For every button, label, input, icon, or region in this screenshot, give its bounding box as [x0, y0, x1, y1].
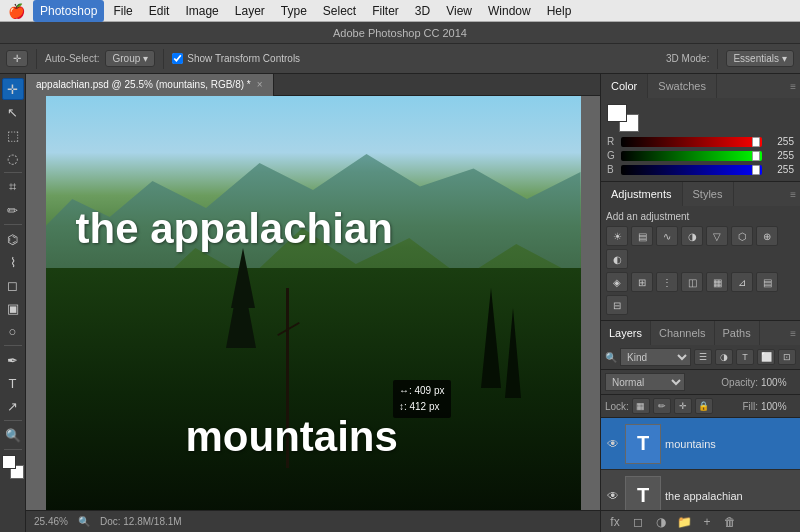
invert-adj[interactable]: ◫ [681, 272, 703, 292]
menu-help[interactable]: Help [540, 0, 579, 22]
pixel-filter-btn[interactable]: ☰ [694, 349, 712, 365]
red-slider[interactable] [621, 137, 762, 147]
group-select[interactable]: Group ▾ [105, 50, 155, 67]
menu-view[interactable]: View [439, 0, 479, 22]
menu-filter[interactable]: Filter [365, 0, 406, 22]
smart-filter-btn[interactable]: ⊡ [778, 349, 796, 365]
menubar: 🍎 Photoshop File Edit Image Layer Type S… [0, 0, 800, 22]
filter-kind-select[interactable]: Kind [620, 348, 691, 366]
fg-bg-color[interactable] [2, 455, 24, 479]
bw-adj[interactable]: ◐ [606, 249, 628, 269]
adjustment-icons-row1: ☀ ▤ ∿ ◑ ▽ ⬡ ⊕ ◐ [606, 226, 795, 269]
exposure-adj[interactable]: ◑ [681, 226, 703, 246]
layer-visibility-mountains[interactable]: 👁 [605, 436, 621, 452]
hsl-adj[interactable]: ⬡ [731, 226, 753, 246]
crop-tool[interactable]: ⌗ [2, 176, 24, 198]
tab-adjustments[interactable]: Adjustments [601, 182, 683, 206]
adj-panel-menu[interactable]: ≡ [786, 189, 800, 200]
fg-bg-color-swatches[interactable] [607, 104, 639, 132]
eyedropper-tool[interactable]: ✏ [2, 199, 24, 221]
path-tool[interactable]: ↗ [2, 395, 24, 417]
canvas-image: the appalachian mountains ↔: 409 px ↕: 4… [46, 96, 581, 510]
gradient-map-adj[interactable]: ▤ [756, 272, 778, 292]
canvas-container[interactable]: the appalachian mountains ↔: 409 px ↕: 4… [26, 96, 600, 510]
move-tool-options[interactable]: ✛ [6, 50, 28, 67]
layer-item-appalachian[interactable]: 👁 T the appalachian [601, 470, 800, 510]
tab-color[interactable]: Color [601, 74, 648, 98]
tab-channels[interactable]: Channels [651, 321, 714, 345]
essentials-btn[interactable]: Essentials ▾ [726, 50, 794, 67]
layers-panel: Layers Channels Paths ≡ 🔍 Kind ☰ ◑ T ⬜ ⊡ [601, 321, 800, 532]
delete-layer-btn[interactable]: 🗑 [720, 514, 740, 530]
add-mask-btn[interactable]: ◻ [628, 514, 648, 530]
brightness-contrast-adj[interactable]: ☀ [606, 226, 628, 246]
adj-filter-btn[interactable]: ◑ [715, 349, 733, 365]
layer-item-mountains[interactable]: 👁 T mountains [601, 418, 800, 470]
tab-paths[interactable]: Paths [715, 321, 760, 345]
add-group-btn[interactable]: 📁 [674, 514, 694, 530]
color-sliders: R 255 G 255 B [607, 136, 794, 175]
selective-color-adj[interactable]: ⊟ [606, 295, 628, 315]
zoom-tool[interactable]: 🔍 [2, 424, 24, 446]
menu-3d[interactable]: 3D [408, 0, 437, 22]
color-balance-adj[interactable]: ⊕ [756, 226, 778, 246]
tab-swatches[interactable]: Swatches [648, 74, 717, 98]
type-filter-btn[interactable]: T [736, 349, 754, 365]
menu-type[interactable]: Type [274, 0, 314, 22]
separator-3 [717, 49, 718, 69]
levels-adj[interactable]: ▤ [631, 226, 653, 246]
blend-mode-select[interactable]: Normal [605, 373, 685, 391]
menu-window[interactable]: Window [481, 0, 538, 22]
add-layer-btn[interactable]: + [697, 514, 717, 530]
show-transform-checkbox[interactable]: Show Transform Controls [172, 53, 300, 64]
menu-file[interactable]: File [106, 0, 139, 22]
menu-layer[interactable]: Layer [228, 0, 272, 22]
layers-panel-menu[interactable]: ≡ [786, 328, 800, 339]
move-tool[interactable]: ✛ [2, 78, 24, 100]
tool-separator-2 [4, 224, 22, 225]
menu-photoshop[interactable]: Photoshop [33, 0, 104, 22]
eraser-tool[interactable]: ◻ [2, 274, 24, 296]
green-slider[interactable] [621, 151, 762, 161]
apple-menu[interactable]: 🍎 [8, 3, 25, 19]
tab-close-button[interactable]: × [257, 79, 263, 90]
tab-styles[interactable]: Styles [683, 182, 734, 206]
threshold-adj[interactable]: ⊿ [731, 272, 753, 292]
menu-edit[interactable]: Edit [142, 0, 177, 22]
menu-select[interactable]: Select [316, 0, 363, 22]
pen-tool[interactable]: ✒ [2, 349, 24, 371]
lock-all-btn[interactable]: 🔒 [695, 398, 713, 414]
photo-filter-adj[interactable]: ◈ [606, 272, 628, 292]
gradient-tool[interactable]: ▣ [2, 297, 24, 319]
color-panel-section: Color Swatches ≡ R [601, 74, 800, 182]
blue-slider-thumb [752, 165, 760, 175]
spot-heal-tool[interactable]: ⌬ [2, 228, 24, 250]
brush-tool[interactable]: ⌇ [2, 251, 24, 273]
blue-slider-row: B 255 [607, 164, 794, 175]
lock-position-btn[interactable]: ✛ [674, 398, 692, 414]
shape-filter-btn[interactable]: ⬜ [757, 349, 775, 365]
dodge-tool[interactable]: ○ [2, 320, 24, 342]
blue-slider[interactable] [621, 165, 762, 175]
marquee-tool[interactable]: ⬚ [2, 124, 24, 146]
vibrance-adj[interactable]: ▽ [706, 226, 728, 246]
menu-image[interactable]: Image [178, 0, 225, 22]
tab-layers[interactable]: Layers [601, 321, 651, 345]
tree-2 [231, 248, 255, 308]
color-panel-menu[interactable]: ≡ [786, 81, 800, 92]
lock-transparency-btn[interactable]: ▦ [632, 398, 650, 414]
color-lookup-adj[interactable]: ⋮ [656, 272, 678, 292]
select-tool[interactable]: ↖ [2, 101, 24, 123]
curves-adj[interactable]: ∿ [656, 226, 678, 246]
type-tool[interactable]: T [2, 372, 24, 394]
lock-pixels-btn[interactable]: ✏ [653, 398, 671, 414]
channel-mixer-adj[interactable]: ⊞ [631, 272, 653, 292]
adjustment-icons-row2: ◈ ⊞ ⋮ ◫ ▦ ⊿ ▤ ⊟ [606, 272, 795, 315]
lasso-tool[interactable]: ◌ [2, 147, 24, 169]
layer-fx-btn[interactable]: fx [605, 514, 625, 530]
document-tab[interactable]: appalachian.psd @ 25.5% (mountains, RGB/… [26, 74, 274, 96]
layer-visibility-appalachian[interactable]: 👁 [605, 488, 621, 504]
posterize-adj[interactable]: ▦ [706, 272, 728, 292]
color-preview [607, 104, 794, 132]
add-adjustment-btn[interactable]: ◑ [651, 514, 671, 530]
